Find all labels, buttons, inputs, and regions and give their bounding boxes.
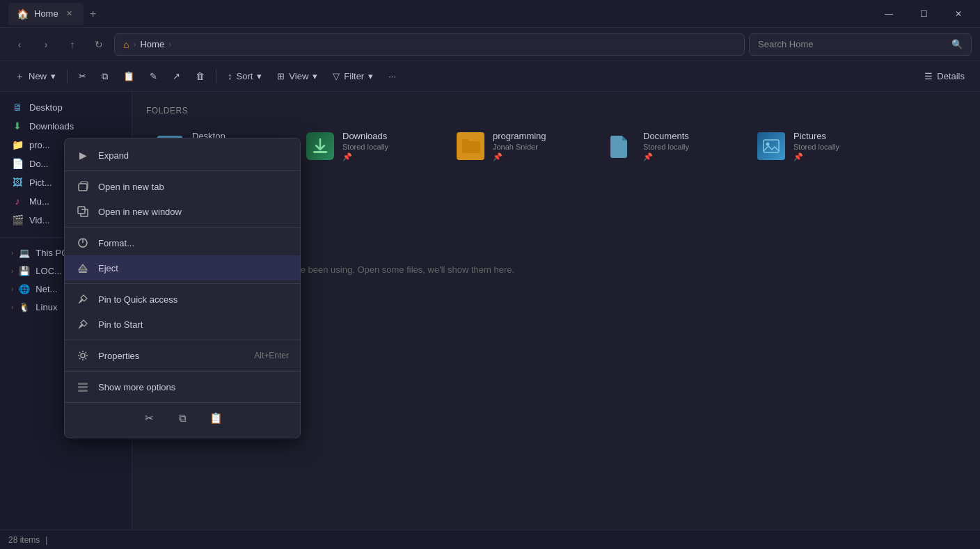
folder-pin-programming: 📌 — [493, 152, 546, 161]
close-window-button[interactable]: ✕ — [942, 3, 974, 25]
sidebar-item-music-label: Mu... — [29, 196, 49, 207]
folder-item-pictures[interactable]: Pictures Stored locally 📌 — [748, 124, 887, 168]
tab-title: Home — [34, 8, 58, 19]
net-expand-icon: › — [11, 285, 13, 293]
delete-button[interactable]: 🗑 — [189, 65, 212, 88]
status-separator: | — [45, 535, 47, 545]
folder-name-programming: programming — [493, 131, 546, 141]
filter-button[interactable]: ▽ Filter ▾ — [326, 65, 380, 88]
svg-rect-11 — [79, 271, 87, 273]
filter-chevron: ▾ — [368, 71, 373, 81]
sidebar-item-desktop-label: Desktop — [29, 102, 63, 113]
open-window-icon — [76, 205, 90, 218]
net-label: Net... — [35, 284, 57, 294]
ctx-open-tab[interactable]: Open in new tab — [65, 174, 300, 199]
folder-info-pictures: Pictures Stored locally 📌 — [793, 131, 839, 161]
new-button[interactable]: ＋ New ▾ — [8, 65, 63, 88]
share-button[interactable]: ↗ — [166, 65, 187, 88]
svg-rect-9 — [79, 184, 87, 191]
thispc-icon: 💻 — [19, 248, 30, 258]
sidebar-item-pictures-label: Pict... — [29, 177, 52, 188]
sidebar-item-downloads[interactable]: ⬇ Downloads — [3, 117, 129, 135]
pin-quick-icon — [76, 292, 90, 306]
ctx-bottom-bar: ✂ ⧉ 📋 — [65, 402, 300, 433]
pin-quick-label: Pin to Quick access — [98, 294, 289, 305]
ctx-more-options[interactable]: Show more options — [65, 374, 300, 399]
videos-icon: 🎬 — [11, 214, 24, 225]
ctx-eject[interactable]: Eject — [65, 255, 300, 280]
search-bar[interactable]: Search Home 🔍 — [749, 33, 972, 56]
linux-expand-icon: › — [11, 303, 13, 311]
ctx-cut-icon: ✂ — [145, 412, 154, 424]
expand-label: Expand — [98, 150, 289, 161]
svg-rect-14 — [78, 386, 88, 388]
folders-section-title: Folders — [146, 106, 966, 116]
rename-button[interactable]: ✎ — [143, 65, 164, 88]
ctx-properties[interactable]: Properties Alt+Enter — [65, 343, 300, 368]
add-tab-button[interactable]: + — [84, 4, 103, 24]
ctx-pin-start[interactable]: Pin to Start — [65, 312, 300, 337]
folder-name-downloads: Downloads — [342, 131, 388, 141]
address-path-sep: › — [168, 40, 171, 49]
ctx-pin-quick[interactable]: Pin to Quick access — [65, 287, 300, 312]
ctx-cut-button[interactable]: ✂ — [139, 408, 159, 428]
ctx-copy-button[interactable]: ⧉ — [173, 408, 192, 428]
downloads-icon: ⬇ — [11, 120, 24, 132]
folder-item-downloads[interactable]: Downloads Stored locally 📌 — [297, 124, 436, 168]
folder-info-downloads: Downloads Stored locally 📌 — [342, 131, 388, 161]
new-icon: ＋ — [15, 70, 24, 83]
cut-button[interactable]: ✂ — [72, 65, 93, 88]
ctx-copy-icon: ⧉ — [179, 412, 187, 424]
svg-rect-13 — [78, 383, 88, 385]
address-bar[interactable]: ⌂ › Home › — [114, 33, 745, 56]
pin-start-icon — [76, 317, 90, 331]
sidebar-item-downloads-label: Downloads — [29, 121, 74, 132]
eject-icon — [76, 261, 90, 275]
loc-expand-icon: › — [11, 267, 13, 275]
refresh-button[interactable]: ↻ — [88, 33, 110, 56]
maximize-button[interactable]: ☐ — [908, 3, 940, 25]
ctx-separator-2 — [65, 227, 300, 228]
ctx-separator-5 — [65, 371, 300, 372]
forward-button[interactable]: › — [35, 33, 57, 56]
view-chevron: ▾ — [313, 71, 317, 81]
open-tab-label: Open in new tab — [98, 182, 289, 192]
details-icon: ☰ — [924, 71, 933, 81]
filter-icon: ▽ — [333, 71, 340, 81]
paste-button[interactable]: 📋 — [116, 65, 141, 88]
ctx-format[interactable]: Format... — [65, 230, 300, 255]
more-options-label: Show more options — [98, 382, 289, 392]
more-button[interactable]: ··· — [381, 65, 403, 88]
ctx-expand[interactable]: ▶ Expand — [65, 143, 300, 168]
linux-icon: 🐧 — [19, 302, 30, 312]
new-chevron: ▾ — [51, 71, 56, 81]
pictures-icon: 🖼 — [11, 177, 24, 188]
folder-sub-documents: Stored locally — [643, 143, 689, 151]
sort-button[interactable]: ↕ Sort ▾ — [221, 65, 269, 88]
ctx-open-window[interactable]: Open in new window — [65, 199, 300, 224]
folder-sub-pictures: Stored locally — [793, 143, 839, 151]
filter-label: Filter — [344, 71, 364, 81]
linux-label: Linux — [35, 302, 57, 312]
folder-item-documents[interactable]: Documents Stored locally 📌 — [597, 124, 736, 168]
sidebar-item-programming-label: pro... — [29, 140, 50, 150]
back-button[interactable]: ‹ — [8, 33, 31, 56]
view-button[interactable]: ⊞ View ▾ — [270, 65, 324, 88]
up-button[interactable]: ↑ — [61, 33, 84, 56]
rename-icon: ✎ — [150, 71, 157, 81]
folder-item-programming[interactable]: programming Jonah Snider 📌 — [447, 124, 586, 168]
details-button[interactable]: ☰ Details — [917, 65, 972, 88]
sidebar-item-desktop[interactable]: 🖥 Desktop — [3, 98, 129, 116]
minimize-button[interactable]: — — [873, 3, 905, 25]
copy-button[interactable]: ⧉ — [95, 65, 115, 88]
svg-rect-4 — [313, 151, 327, 153]
titlebar-tab[interactable]: 🏠 Home ✕ — [8, 3, 84, 25]
svg-rect-10 — [78, 207, 85, 214]
documents-icon: 📄 — [11, 158, 24, 169]
status-count: 28 items — [8, 535, 40, 545]
folder-sub-downloads: Stored locally — [342, 143, 388, 151]
more-icon: ··· — [388, 71, 396, 81]
search-placeholder: Search Home — [758, 39, 946, 49]
ctx-paste-button[interactable]: 📋 — [206, 408, 226, 428]
tab-close-button[interactable]: ✕ — [64, 8, 75, 19]
